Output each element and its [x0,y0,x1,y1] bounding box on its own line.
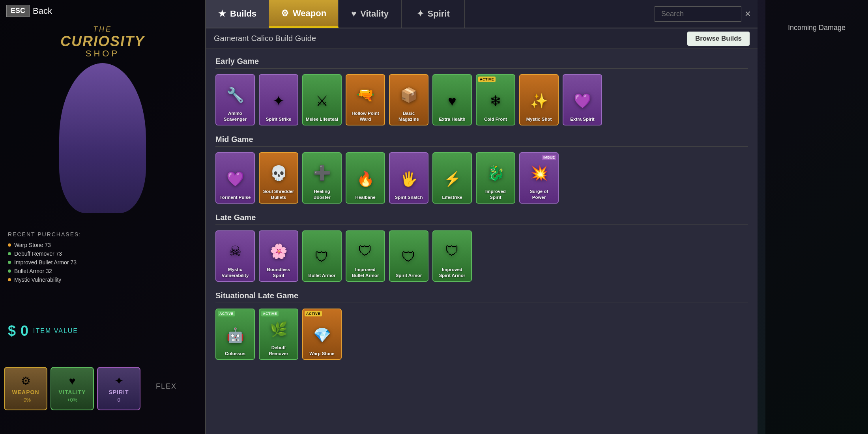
improved-bullet-armor-icon: 🛡 [358,243,372,260]
improved-spirit-icon: 🐉 [487,165,505,181]
situational-late-game-title: Situational Late Game [215,291,748,303]
torment-pulse-name: Torment Pulse [219,195,251,200]
flex-label: FLEX [156,382,177,391]
item-melee-lifesteal[interactable]: ⚔ Melee Lifesteal [302,74,342,125]
weapon-tab-icon: ⚙ [281,8,289,19]
colossus-icon: 🤖 [226,327,244,344]
weapon-stat-box[interactable]: ⚙ WEAPON +0% [4,367,47,410]
boundless-spirit-icon: 🌸 [270,243,288,260]
healing-booster-icon: ➕ [313,165,331,181]
top-nav: ★ Builds ⚙ Weapon ♥ Vitality ✦ Spirit ✕ [206,0,758,28]
vitality-stat-name: VITALITY [58,389,86,395]
hollow-point-ward-name: Hollow Point Ward [349,110,382,122]
item-debuff-remover[interactable]: ACTIVE 🌿 Debuff Remover [259,309,298,360]
item-lifestrike[interactable]: ⚡ Lifestrike [432,152,472,204]
purchase-dot [8,261,11,264]
item-extra-health[interactable]: ♥ Extra Health [432,74,472,125]
item-ammo-scavenger[interactable]: 🔧 Ammo Scavenger [215,74,255,125]
item-healbane[interactable]: 🔥 Healbane [346,152,385,204]
item-improved-spirit-armor[interactable]: 🛡 Improved Spirit Armor [432,230,472,282]
ammo-scavenger-icon: 🔧 [226,87,244,103]
tab-spirit[interactable]: ✦ Spirit [402,0,465,28]
browse-builds-button[interactable]: Browse Builds [687,32,750,46]
weapon-stat-name: WEAPON [12,389,39,395]
vitality-stat-box[interactable]: ♥ VITALITY +0% [51,367,94,410]
character-area [32,63,174,213]
warp-stone-active-badge: ACTIVE [305,311,322,316]
early-game-section: Early Game 🔧 Ammo Scavenger ✦ Spirit Str… [215,57,748,125]
surge-imbue-badge: IMBUE [542,155,556,160]
tab-vitality[interactable]: ♥ Vitality [339,0,402,28]
item-spirit-strike[interactable]: ✦ Spirit Strike [259,74,298,125]
search-input[interactable] [655,6,741,22]
spirit-stat-box[interactable]: ✦ SPIRIT 0 [97,367,140,410]
left-game-panel: ESC Back THE CURIOSITY SHOP RECENT PURCH… [0,0,205,434]
list-item: Bullet Armor 32 [8,267,197,275]
late-game-section: Late Game ☠ Mystic Vulnerability 🌸 Bound… [215,213,748,282]
item-mystic-vulnerability[interactable]: ☠ Mystic Vulnerability [215,230,255,282]
melee-lifesteal-icon: ⚔ [316,93,328,109]
debuff-remover-active-badge: ACTIVE [261,311,279,316]
mystic-shot-icon: ✨ [530,93,548,109]
recent-purchases: RECENT PURCHASES: Warp Stone 73 Debuff R… [8,231,197,284]
basic-magazine-icon: 📦 [400,87,418,103]
lifestrike-name: Lifestrike [442,195,462,200]
item-boundless-spirit[interactable]: 🌸 Boundless Spirit [259,230,298,282]
weapon-tab-label: Weapon [293,8,326,19]
item-value-area: $ 0 ITEM VALUE [8,323,78,339]
item-cold-front[interactable]: ACTIVE ❄ Cold Front [476,74,515,125]
spirit-armor-name: Spirit Armor [396,273,422,279]
item-mystic-shot[interactable]: ✨ Mystic Shot [519,74,559,125]
early-game-title: Early Game [215,57,748,69]
list-item: Mystic Vulnerability [8,275,197,284]
item-extra-spirit[interactable]: 💜 Extra Spirit [563,74,602,125]
purchase-dot [8,269,11,273]
healbane-name: Healbane [355,195,375,200]
list-item: Warp Stone 73 [8,241,197,249]
browse-bar: Gamerant Calico Build Guide Browse Build… [206,28,758,49]
warp-stone-name: Warp Stone [309,351,334,357]
main-build-panel: ★ Builds ⚙ Weapon ♥ Vitality ✦ Spirit ✕ … [205,0,758,434]
tab-builds[interactable]: ★ Builds [206,0,269,28]
colossus-name: Colossus [225,351,245,357]
back-label[interactable]: Back [33,6,52,16]
item-soul-shredder[interactable]: 💀 Soul Shredder Bullets [259,152,298,204]
spirit-snatch-name: Spirit Snatch [395,195,423,200]
purchase-dot [8,243,11,247]
spirit-stat-name: SPIRIT [108,389,129,395]
item-value-label: ITEM VALUE [33,327,78,335]
debuff-remover-icon: 🌿 [270,321,288,338]
item-healing-booster[interactable]: ➕ Healing Booster [302,152,342,204]
weapon-stat-value: +0% [21,397,31,403]
search-box: ✕ [648,0,758,28]
item-bullet-armor[interactable]: 🛡 Bullet Armor [302,230,342,282]
item-torment-pulse[interactable]: 💜 Torment Pulse [215,152,255,204]
late-game-title: Late Game [215,213,748,225]
item-spirit-snatch[interactable]: 🖐 Spirit Snatch [389,152,428,204]
lifestrike-icon: ⚡ [443,171,461,187]
item-warp-stone[interactable]: ACTIVE 💎 Warp Stone [302,309,342,360]
build-guide-title: Gamerant Calico Build Guide [214,34,687,43]
boundless-spirit-name: Boundless Spirit [262,267,295,279]
spirit-icon: ✦ [114,374,123,387]
tab-weapon[interactable]: ⚙ Weapon [269,0,339,28]
spirit-armor-icon: 🛡 [402,249,416,266]
cold-front-name: Cold Front [484,116,507,122]
early-game-grid: 🔧 Ammo Scavenger ✦ Spirit Strike ⚔ Melee… [215,74,748,125]
character-silhouette [59,63,146,213]
search-clear-button[interactable]: ✕ [745,9,751,19]
mystic-vulnerability-name: Mystic Vulnerability [219,267,252,279]
esc-button[interactable]: ESC [6,5,30,17]
item-basic-magazine[interactable]: 📦 Basic Magazine [389,74,428,125]
item-improved-bullet-armor[interactable]: 🛡 Improved Bullet Armor [346,230,385,282]
soul-shredder-name: Soul Shredder Bullets [262,189,295,200]
item-colossus[interactable]: ACTIVE 🤖 Colossus [215,309,255,360]
item-improved-spirit[interactable]: 🐉 Improved Spirit [476,152,515,204]
basic-magazine-name: Basic Magazine [392,110,425,122]
item-spirit-armor[interactable]: 🛡 Spirit Armor [389,230,428,282]
bullet-armor-name: Bullet Armor [308,273,335,279]
shop-curiosity: CURIOSITY [0,34,205,49]
item-hollow-point-ward[interactable]: 🔫 Hollow Point Ward [346,74,385,125]
item-surge-of-power[interactable]: IMBUE 💥 Surge of Power [519,152,559,204]
late-game-grid: ☠ Mystic Vulnerability 🌸 Boundless Spiri… [215,230,748,282]
